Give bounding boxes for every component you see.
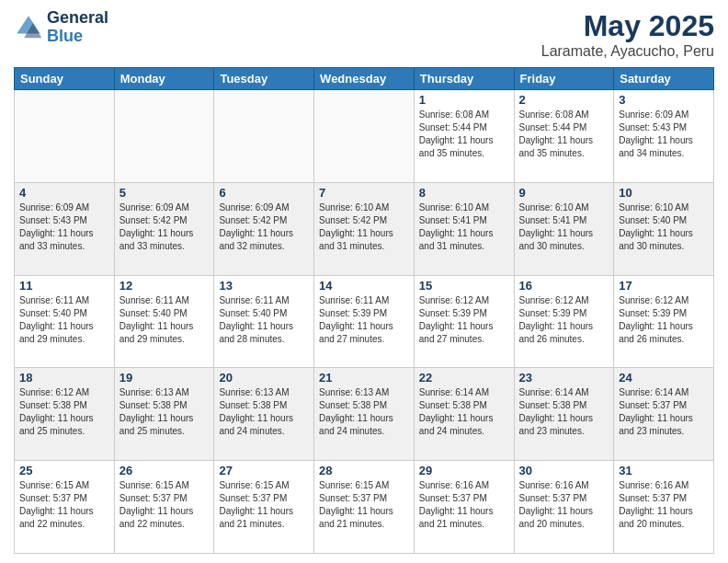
calendar-cell xyxy=(15,90,115,183)
calendar-cell: 7Sunrise: 6:10 AM Sunset: 5:42 PM Daylig… xyxy=(314,182,415,275)
calendar-week-4: 18Sunrise: 6:12 AM Sunset: 5:38 PM Dayli… xyxy=(15,368,714,461)
calendar-cell: 20Sunrise: 6:13 AM Sunset: 5:38 PM Dayli… xyxy=(214,368,314,461)
calendar-cell: 25Sunrise: 6:15 AM Sunset: 5:37 PM Dayli… xyxy=(15,461,115,554)
day-number: 22 xyxy=(419,371,509,385)
day-info: Sunrise: 6:11 AM Sunset: 5:40 PM Dayligh… xyxy=(119,294,210,346)
day-info: Sunrise: 6:15 AM Sunset: 5:37 PM Dayligh… xyxy=(19,479,109,531)
weekday-header-saturday: Saturday xyxy=(614,68,714,90)
day-info: Sunrise: 6:09 AM Sunset: 5:43 PM Dayligh… xyxy=(619,109,709,160)
logo-line2: Blue xyxy=(47,28,108,46)
calendar-cell: 13Sunrise: 6:11 AM Sunset: 5:40 PM Dayli… xyxy=(214,275,314,368)
calendar-cell: 8Sunrise: 6:10 AM Sunset: 5:41 PM Daylig… xyxy=(414,182,514,275)
day-number: 13 xyxy=(219,279,309,293)
day-number: 25 xyxy=(19,464,109,477)
calendar-week-3: 11Sunrise: 6:11 AM Sunset: 5:40 PM Dayli… xyxy=(15,275,714,368)
day-number: 15 xyxy=(419,279,509,293)
day-number: 14 xyxy=(319,279,409,293)
day-info: Sunrise: 6:09 AM Sunset: 5:42 PM Dayligh… xyxy=(119,201,210,253)
weekday-header-sunday: Sunday xyxy=(15,68,115,90)
calendar-cell: 24Sunrise: 6:14 AM Sunset: 5:37 PM Dayli… xyxy=(614,368,714,461)
day-info: Sunrise: 6:15 AM Sunset: 5:37 PM Dayligh… xyxy=(119,479,210,531)
day-info: Sunrise: 6:16 AM Sunset: 5:37 PM Dayligh… xyxy=(419,479,509,531)
weekday-header-thursday: Thursday xyxy=(414,68,514,90)
calendar-cell: 21Sunrise: 6:13 AM Sunset: 5:38 PM Dayli… xyxy=(314,368,415,461)
day-info: Sunrise: 6:14 AM Sunset: 5:38 PM Dayligh… xyxy=(519,386,609,438)
day-number: 1 xyxy=(419,93,509,107)
day-info: Sunrise: 6:14 AM Sunset: 5:37 PM Dayligh… xyxy=(619,386,709,438)
calendar-cell: 12Sunrise: 6:11 AM Sunset: 5:40 PM Dayli… xyxy=(114,275,214,368)
day-info: Sunrise: 6:12 AM Sunset: 5:39 PM Dayligh… xyxy=(619,294,709,346)
day-number: 3 xyxy=(619,93,709,107)
day-number: 20 xyxy=(219,371,309,385)
calendar-cell: 18Sunrise: 6:12 AM Sunset: 5:38 PM Dayli… xyxy=(15,368,115,461)
day-info: Sunrise: 6:08 AM Sunset: 5:44 PM Dayligh… xyxy=(519,109,609,160)
day-info: Sunrise: 6:12 AM Sunset: 5:39 PM Dayligh… xyxy=(519,294,609,346)
day-number: 12 xyxy=(119,279,210,293)
logo-line1: General xyxy=(47,9,108,28)
calendar-cell: 30Sunrise: 6:16 AM Sunset: 5:37 PM Dayli… xyxy=(514,461,614,554)
day-info: Sunrise: 6:10 AM Sunset: 5:41 PM Dayligh… xyxy=(419,201,509,253)
day-number: 2 xyxy=(519,93,609,107)
logo: General Blue xyxy=(14,9,108,46)
day-number: 19 xyxy=(119,371,210,385)
main-title: May 2025 xyxy=(541,9,714,43)
calendar-cell: 5Sunrise: 6:09 AM Sunset: 5:42 PM Daylig… xyxy=(114,182,214,275)
day-info: Sunrise: 6:10 AM Sunset: 5:41 PM Dayligh… xyxy=(519,201,609,253)
day-info: Sunrise: 6:12 AM Sunset: 5:38 PM Dayligh… xyxy=(19,386,109,438)
day-info: Sunrise: 6:12 AM Sunset: 5:39 PM Dayligh… xyxy=(419,294,509,346)
weekday-header-friday: Friday xyxy=(514,68,614,90)
weekday-header-monday: Monday xyxy=(114,68,214,90)
day-number: 27 xyxy=(219,464,309,477)
calendar-cell: 27Sunrise: 6:15 AM Sunset: 5:37 PM Dayli… xyxy=(214,461,314,554)
day-number: 7 xyxy=(319,186,409,200)
day-info: Sunrise: 6:15 AM Sunset: 5:37 PM Dayligh… xyxy=(219,479,309,531)
day-info: Sunrise: 6:11 AM Sunset: 5:40 PM Dayligh… xyxy=(19,294,109,346)
calendar-week-5: 25Sunrise: 6:15 AM Sunset: 5:37 PM Dayli… xyxy=(15,461,714,554)
day-number: 26 xyxy=(119,464,210,477)
calendar-table: SundayMondayTuesdayWednesdayThursdayFrid… xyxy=(14,67,714,554)
title-block: May 2025 Laramate, Ayacucho, Peru xyxy=(541,9,714,60)
day-info: Sunrise: 6:09 AM Sunset: 5:42 PM Dayligh… xyxy=(219,201,309,253)
calendar-cell xyxy=(314,90,415,183)
calendar-cell: 1Sunrise: 6:08 AM Sunset: 5:44 PM Daylig… xyxy=(414,90,514,183)
day-info: Sunrise: 6:13 AM Sunset: 5:38 PM Dayligh… xyxy=(219,386,309,438)
calendar-cell: 9Sunrise: 6:10 AM Sunset: 5:41 PM Daylig… xyxy=(514,182,614,275)
weekday-header-tuesday: Tuesday xyxy=(214,68,314,90)
day-info: Sunrise: 6:13 AM Sunset: 5:38 PM Dayligh… xyxy=(119,386,210,438)
calendar-cell xyxy=(214,90,314,183)
day-info: Sunrise: 6:15 AM Sunset: 5:37 PM Dayligh… xyxy=(319,479,409,531)
day-number: 8 xyxy=(419,186,509,200)
calendar-cell: 23Sunrise: 6:14 AM Sunset: 5:38 PM Dayli… xyxy=(514,368,614,461)
calendar-cell: 2Sunrise: 6:08 AM Sunset: 5:44 PM Daylig… xyxy=(514,90,614,183)
logo-text: General Blue xyxy=(47,9,108,46)
day-number: 31 xyxy=(619,464,709,477)
day-number: 28 xyxy=(319,464,409,477)
page: General Blue May 2025 Laramate, Ayacucho… xyxy=(0,0,728,563)
day-number: 29 xyxy=(419,464,509,477)
day-info: Sunrise: 6:14 AM Sunset: 5:38 PM Dayligh… xyxy=(419,386,509,438)
calendar-cell: 16Sunrise: 6:12 AM Sunset: 5:39 PM Dayli… xyxy=(514,275,614,368)
calendar-cell: 4Sunrise: 6:09 AM Sunset: 5:43 PM Daylig… xyxy=(15,182,115,275)
day-info: Sunrise: 6:11 AM Sunset: 5:39 PM Dayligh… xyxy=(319,294,409,346)
calendar-cell xyxy=(114,90,214,183)
calendar-cell: 19Sunrise: 6:13 AM Sunset: 5:38 PM Dayli… xyxy=(114,368,214,461)
calendar-cell: 6Sunrise: 6:09 AM Sunset: 5:42 PM Daylig… xyxy=(214,182,314,275)
day-number: 4 xyxy=(19,186,109,200)
day-number: 21 xyxy=(319,371,409,385)
day-info: Sunrise: 6:09 AM Sunset: 5:43 PM Dayligh… xyxy=(19,201,109,253)
weekday-header-wednesday: Wednesday xyxy=(314,68,415,90)
day-number: 11 xyxy=(19,279,109,293)
calendar-week-2: 4Sunrise: 6:09 AM Sunset: 5:43 PM Daylig… xyxy=(15,182,714,275)
calendar-cell: 10Sunrise: 6:10 AM Sunset: 5:40 PM Dayli… xyxy=(614,182,714,275)
calendar-cell: 31Sunrise: 6:16 AM Sunset: 5:37 PM Dayli… xyxy=(614,461,714,554)
calendar-cell: 15Sunrise: 6:12 AM Sunset: 5:39 PM Dayli… xyxy=(414,275,514,368)
day-info: Sunrise: 6:10 AM Sunset: 5:40 PM Dayligh… xyxy=(619,201,709,253)
calendar-cell: 14Sunrise: 6:11 AM Sunset: 5:39 PM Dayli… xyxy=(314,275,415,368)
day-number: 9 xyxy=(519,186,609,200)
calendar-cell: 29Sunrise: 6:16 AM Sunset: 5:37 PM Dayli… xyxy=(414,461,514,554)
day-number: 30 xyxy=(519,464,609,477)
day-info: Sunrise: 6:11 AM Sunset: 5:40 PM Dayligh… xyxy=(219,294,309,346)
day-number: 18 xyxy=(19,371,109,385)
day-number: 23 xyxy=(519,371,609,385)
day-number: 10 xyxy=(619,186,709,200)
